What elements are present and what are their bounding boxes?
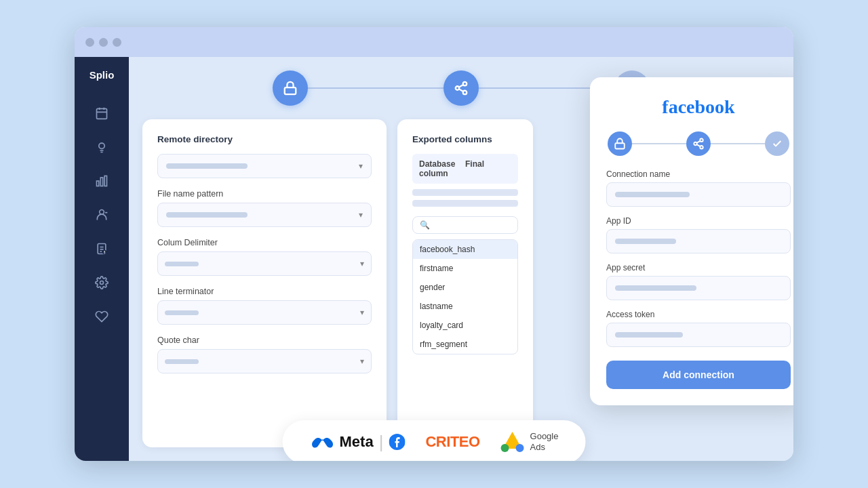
app-id-input[interactable] — [606, 229, 791, 253]
facebook-card: facebook — [590, 77, 793, 405]
svg-point-17 — [100, 281, 104, 285]
settings-icon[interactable] — [88, 269, 115, 296]
svg-point-27 — [700, 146, 703, 149]
facebook-title: facebook — [662, 96, 734, 117]
column-delimiter-select[interactable]: ▾ — [157, 251, 372, 276]
close-dot — [85, 38, 94, 47]
svg-rect-0 — [97, 108, 107, 119]
exported-columns-title: Exported columns — [412, 134, 518, 144]
dropdown-item-facebook-hash[interactable]: facebook_hash — [413, 240, 517, 259]
report-icon[interactable] — [88, 235, 115, 262]
column-delimiter-field: Colum Delimiter ▾ — [157, 238, 372, 276]
svg-line-28 — [696, 144, 700, 146]
browser-window: Splio — [75, 27, 793, 461]
browser-titlebar — [75, 27, 793, 57]
column-dropdown: facebook_hash firstname gender lastname … — [412, 239, 518, 354]
file-name-pattern-field: File name pattern ▾ — [157, 189, 372, 227]
svg-point-26 — [694, 142, 697, 146]
select-placeholder-2 — [166, 212, 248, 218]
app-secret-field: App secret — [606, 263, 791, 300]
connection-name-input[interactable] — [606, 182, 791, 207]
inline-placeholder-2 — [165, 310, 199, 315]
add-connection-button[interactable]: Add connection — [606, 361, 791, 389]
table-header: Database column Final — [412, 154, 518, 184]
dropdown-item-gender[interactable]: gender — [413, 278, 517, 297]
connection-name-label: Connection name — [606, 169, 791, 179]
access-token-placeholder — [615, 332, 683, 338]
chevron-down-icon-4: ▾ — [360, 308, 364, 317]
inline-placeholder-1 — [165, 262, 199, 266]
remote-directory-select[interactable]: ▾ — [157, 154, 372, 178]
chevron-down-icon: ▾ — [359, 161, 363, 171]
svg-rect-18 — [285, 87, 296, 94]
facebook-logo: facebook — [606, 96, 791, 118]
quote-char-select[interactable]: ▾ — [157, 349, 372, 373]
table-row-1 — [412, 189, 518, 196]
fb-line-2 — [711, 143, 765, 144]
dropdown-item-rfm-segment[interactable]: rfm_segment — [413, 335, 517, 354]
file-name-pattern-label: File name pattern — [157, 189, 372, 199]
svg-rect-7 — [104, 176, 106, 186]
fb-step-2 — [686, 131, 711, 156]
fb-wizard-steps — [606, 131, 791, 156]
svg-point-25 — [700, 139, 703, 142]
svg-line-29 — [696, 141, 700, 143]
user-icon[interactable] — [88, 201, 115, 228]
svg-rect-5 — [97, 181, 99, 186]
wizard-step-1 — [273, 70, 308, 106]
app-secret-placeholder — [615, 285, 696, 291]
svg-point-19 — [463, 82, 467, 86]
app-id-field: App ID — [606, 216, 791, 253]
final-column-header: Final — [465, 159, 511, 178]
svg-point-8 — [100, 210, 104, 215]
file-name-pattern-select[interactable]: ▾ — [157, 203, 372, 227]
dropdown-item-loyalty-card[interactable]: loyalty_card — [413, 316, 517, 335]
chevron-down-icon-2: ▾ — [359, 210, 363, 220]
heart-icon[interactable] — [88, 303, 115, 330]
meta-text: Meta — [340, 433, 374, 451]
table-row-2 — [412, 200, 518, 207]
quote-char-field: Quote char ▾ — [157, 336, 372, 373]
fb-line-1 — [632, 143, 686, 144]
criteo-text: C — [425, 433, 435, 450]
access-token-label: Access token — [606, 310, 791, 319]
meta-icon — [310, 434, 336, 449]
svg-point-32 — [501, 444, 509, 452]
meta-logo: Meta | — [310, 432, 406, 453]
line-terminator-select[interactable]: ▾ — [157, 300, 372, 325]
select-placeholder — [166, 163, 248, 169]
connection-name-placeholder — [615, 192, 690, 197]
browser-body: Splio — [75, 57, 793, 461]
minimize-dot — [99, 38, 108, 47]
sidebar-logo: Splio — [90, 69, 115, 81]
app-id-placeholder — [615, 239, 676, 244]
access-token-input[interactable] — [606, 323, 791, 347]
main-content: Remote directory ▾ File name pattern ▾ — [129, 57, 793, 461]
dropdown-item-firstname[interactable]: firstname — [413, 259, 517, 278]
line-terminator-label: Line terminator — [157, 287, 372, 296]
fb-step-1 — [608, 131, 632, 156]
svg-line-22 — [459, 89, 463, 92]
quote-char-label: Quote char — [157, 336, 372, 345]
wizard-line-1 — [308, 87, 443, 89]
bulb-icon[interactable] — [88, 134, 115, 161]
google-ads-text: Google Ads — [530, 431, 559, 452]
svg-rect-24 — [615, 143, 625, 148]
calendar-icon[interactable] — [88, 100, 115, 127]
logos-bar: Meta | CRITEO Google — [283, 420, 586, 461]
wizard-step-2 — [443, 70, 479, 106]
app-secret-label: App secret — [606, 263, 791, 272]
svg-line-23 — [459, 85, 463, 87]
column-delimiter-label: Colum Delimiter — [157, 238, 372, 247]
google-ads-icon — [500, 430, 525, 454]
db-column-header: Database column — [419, 159, 465, 178]
fb-step-3 — [765, 131, 789, 156]
inline-placeholder-3 — [165, 359, 199, 364]
dropdown-item-lastname[interactable]: lastname — [413, 297, 517, 316]
svg-point-31 — [516, 444, 524, 452]
chart-icon[interactable] — [88, 167, 115, 195]
app-secret-input[interactable] — [606, 276, 791, 300]
search-box[interactable]: 🔍 — [412, 216, 518, 234]
facebook-f-icon — [389, 434, 405, 450]
google-ads-logo: Google Ads — [500, 430, 559, 454]
